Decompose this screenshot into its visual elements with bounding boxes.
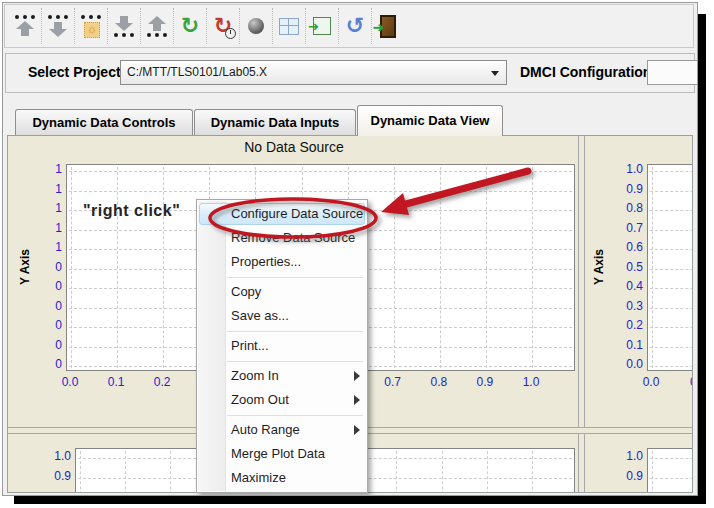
toolbar-button-export[interactable]: [141, 8, 174, 44]
x-tick-label: 0.0: [58, 375, 82, 389]
gridline: [652, 167, 653, 368]
scheduled-refresh-icon: ↻: [210, 13, 236, 39]
menu-item-maximize[interactable]: Maximize: [197, 466, 367, 490]
y-tick-label: 0.9: [45, 469, 71, 483]
device-settings-icon: ☼: [78, 13, 104, 39]
toolbar-button-refresh[interactable]: ↻: [174, 8, 207, 44]
gridline: [650, 210, 693, 211]
chart-title-top-left: No Data Source: [10, 139, 578, 155]
gridline: [71, 167, 72, 368]
gridline: [650, 308, 693, 309]
x-tick-label: 0.8: [427, 375, 451, 389]
exit-icon: ➔: [375, 13, 401, 39]
tab-dynamic-data-inputs[interactable]: Dynamic Data Inputs: [194, 109, 356, 136]
refresh-icon: ↻: [177, 13, 203, 39]
toolbar-button-sphere[interactable]: [240, 8, 273, 44]
dmci-configuration-label: DMCI Configuration: [520, 64, 651, 80]
toolbar-button-import[interactable]: [108, 8, 141, 44]
toolbar-button-scheduled-refresh[interactable]: ↻: [207, 8, 240, 44]
y-tick-label: 0.9: [613, 469, 643, 483]
gridline: [440, 167, 441, 368]
toolbar-button-device-settings[interactable]: ☼: [75, 8, 108, 44]
project-bar: Select Project C:/MTT/TLS0101/Lab05.X DM…: [5, 53, 695, 93]
x-tick-label: 0.: [683, 375, 693, 389]
y-tick-label: 1: [36, 162, 62, 176]
y-tick-label: 0.1: [613, 338, 643, 352]
plot-area-top-right[interactable]: [647, 164, 693, 371]
gridline: [650, 458, 693, 459]
toolbar-button-exit[interactable]: ➔: [372, 8, 404, 44]
y-tick-label: 0.9: [613, 182, 643, 196]
tile-windows-icon: [276, 13, 302, 39]
gridline: [650, 347, 693, 348]
x-tick-label: 0.0: [639, 375, 663, 389]
y-tick-label: 0.4: [613, 279, 643, 293]
menu-item-remove-data-source[interactable]: Remove Data Source: [197, 226, 367, 250]
y-tick-label: 0.7: [613, 221, 643, 235]
gridline: [650, 191, 693, 192]
x-tick-label: 0.7: [381, 375, 405, 389]
right-click-annotation: "right click": [83, 202, 180, 220]
gridline: [650, 478, 693, 479]
submenu-arrow-icon: [354, 425, 360, 435]
y-tick-label: 0: [36, 279, 62, 293]
y-tick-label: 0: [36, 299, 62, 313]
project-combobox[interactable]: C:/MTT/TLS0101/Lab05.X: [120, 60, 507, 85]
context-menu: Configure Data Source Remove Data Source…: [196, 199, 368, 493]
gridline: [163, 167, 164, 368]
app-window: ☼ ↻ ↻: [2, 2, 698, 496]
tab-dynamic-data-view[interactable]: Dynamic Data View: [357, 105, 503, 136]
gridline: [650, 230, 693, 231]
y-tick-label: 0.2: [613, 318, 643, 332]
vertical-splitter[interactable]: [578, 136, 585, 492]
screenshot-canvas: ☼ ↻ ↻: [0, 0, 714, 508]
toolbar-button-download[interactable]: [42, 8, 75, 44]
menu-item-merge-plot-data[interactable]: Merge Plot Data: [197, 442, 367, 466]
toolbar-button-tile-windows[interactable]: [273, 8, 306, 44]
y-tick-label: 1.0: [613, 449, 643, 463]
gridline: [532, 167, 533, 368]
menu-item-zoom-out[interactable]: Zoom Out: [197, 388, 367, 412]
select-project-label: Select Project: [28, 64, 121, 80]
menu-item-auto-range[interactable]: Auto Range: [197, 418, 367, 442]
toolbar-button-undo[interactable]: ↺: [339, 8, 372, 44]
menu-item-save-as[interactable]: Save as...: [197, 304, 367, 328]
y-tick-label: 0.5: [613, 260, 643, 274]
y-tick-label: 1: [36, 182, 62, 196]
upload-to-device-icon: [12, 13, 38, 39]
y-tick-label: 0.0: [613, 357, 643, 371]
submenu-arrow-icon: [354, 371, 360, 381]
gridline: [650, 249, 693, 250]
y-tick-label: 1: [36, 240, 62, 254]
toolbar-button-import-data[interactable]: ➔: [306, 8, 339, 44]
y-tick-label: 1: [36, 201, 62, 215]
gridline: [117, 167, 118, 368]
menu-item-print[interactable]: Print...: [197, 334, 367, 358]
y-tick-label: 1: [36, 221, 62, 235]
chevron-down-icon: [491, 71, 499, 76]
dmci-configuration-field[interactable]: [647, 60, 698, 85]
submenu-arrow-icon: [354, 395, 360, 405]
y-axis-label-top-right: Y Axis: [592, 242, 606, 292]
y-tick-label: 0.6: [613, 240, 643, 254]
y-tick-label: 0.8: [613, 201, 643, 215]
gridline: [650, 171, 693, 172]
toolbar: ☼ ↻ ↻: [4, 4, 694, 48]
tab-strip: Dynamic Data Controls Dynamic Data Input…: [3, 99, 697, 136]
x-tick-label: 0.2: [150, 375, 174, 389]
gridline: [69, 171, 572, 172]
gridline: [69, 191, 572, 192]
menu-item-zoom-in[interactable]: Zoom In: [197, 364, 367, 388]
plot-area-bottom-right[interactable]: [647, 448, 693, 493]
y-tick-label: 1.0: [45, 449, 71, 463]
y-tick-label: 0: [36, 260, 62, 274]
toolbar-button-upload[interactable]: [9, 8, 42, 44]
menu-item-configure-data-source[interactable]: Configure Data Source: [199, 203, 365, 225]
import-data-icon: ➔: [309, 13, 335, 39]
undo-icon: ↺: [342, 13, 368, 39]
menu-item-copy[interactable]: Copy: [197, 280, 367, 304]
tab-dynamic-data-controls[interactable]: Dynamic Data Controls: [15, 109, 193, 136]
menu-item-properties[interactable]: Properties...: [197, 250, 367, 274]
y-tick-label: 1.0: [613, 162, 643, 176]
import-icon: [111, 13, 137, 39]
